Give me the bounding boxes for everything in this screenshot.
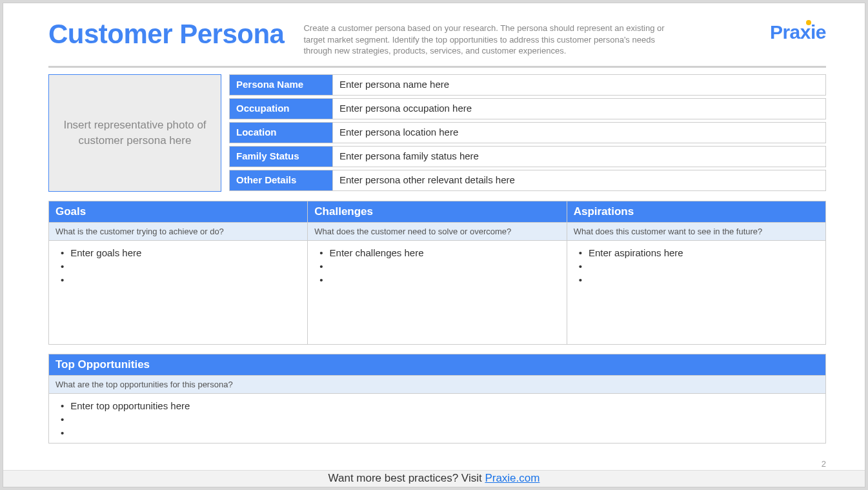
field-input-occupation[interactable]: Enter persona occupation here [332,98,826,119]
field-label-occupation: Occupation [229,98,332,119]
footer-bar: Want more best practices? Visit Praxie.c… [3,470,865,487]
aspirations-item-empty [579,260,819,273]
persona-fields: Persona Name Enter persona name here Occ… [229,74,826,192]
field-row-occupation: Occupation Enter persona occupation here [229,98,826,119]
goals-subheader: What is the customer trying to achieve o… [49,222,307,241]
opportunities-body[interactable]: Enter top opportunities here [49,394,825,443]
field-row-name: Persona Name Enter persona name here [229,74,826,96]
logo-dot-icon [806,20,811,25]
aspirations-body[interactable]: Enter aspirations here [567,241,825,344]
field-input-location[interactable]: Enter persona location here [332,122,826,143]
persona-photo-placeholder[interactable]: Insert representative photo of customer … [48,74,221,192]
logo-text: Praxie [770,21,826,43]
opportunities-section: Top Opportunities What are the top oppor… [48,354,826,444]
opportunities-header: Top Opportunities [49,354,825,375]
challenges-body[interactable]: Enter challenges here [308,241,566,344]
slide: Customer Persona Create a customer perso… [3,3,865,487]
goals-item: Enter goals here [61,246,301,260]
field-label-other: Other Details [229,170,332,191]
field-row-location: Location Enter persona location here [229,122,826,143]
footer-link[interactable]: Praxie.com [485,472,540,484]
column-challenges: Challenges What does the customer need t… [308,201,567,344]
aspirations-item-empty [579,273,819,287]
goals-item-empty [61,273,301,287]
aspirations-header: Aspirations [567,201,825,222]
praxie-logo: Praxie [770,19,826,43]
opportunities-subheader: What are the top opportunities for this … [49,375,825,394]
challenges-item: Enter challenges here [319,246,560,260]
footer-text: Want more best practices? Visit [328,472,485,484]
column-aspirations: Aspirations What does this customer want… [567,201,825,344]
field-input-other[interactable]: Enter persona other relevant details her… [332,170,826,191]
content-area: Insert representative photo of customer … [3,74,865,444]
field-label-name: Persona Name [229,74,332,96]
aspirations-subheader: What does this customer want to see in t… [567,222,825,241]
page-description: Create a customer persona based on your … [303,19,671,57]
challenges-subheader: What does the customer need to solve or … [308,222,566,241]
field-row-other: Other Details Enter persona other releva… [229,170,826,191]
aspirations-item: Enter aspirations here [579,246,819,260]
challenges-item-empty [319,273,560,287]
field-input-family[interactable]: Enter persona family status here [332,146,826,167]
field-label-location: Location [229,122,332,143]
goals-item-empty [61,260,301,273]
opportunities-item-empty [61,426,819,440]
field-label-family: Family Status [229,146,332,167]
three-column-section: Goals What is the customer trying to ach… [48,201,826,345]
divider [48,66,826,68]
opportunities-item: Enter top opportunities here [61,399,819,413]
top-row: Insert representative photo of customer … [48,74,826,192]
header-row: Customer Persona Create a customer perso… [3,3,865,57]
page-number: 2 [822,459,826,469]
page-title: Customer Persona [48,19,284,50]
field-row-family: Family Status Enter persona family statu… [229,146,826,167]
opportunities-item-empty [61,413,819,426]
goals-header: Goals [49,201,307,222]
field-input-name[interactable]: Enter persona name here [332,74,826,96]
goals-body[interactable]: Enter goals here [49,241,307,344]
challenges-item-empty [319,260,560,273]
column-goals: Goals What is the customer trying to ach… [49,201,308,344]
challenges-header: Challenges [308,201,566,222]
